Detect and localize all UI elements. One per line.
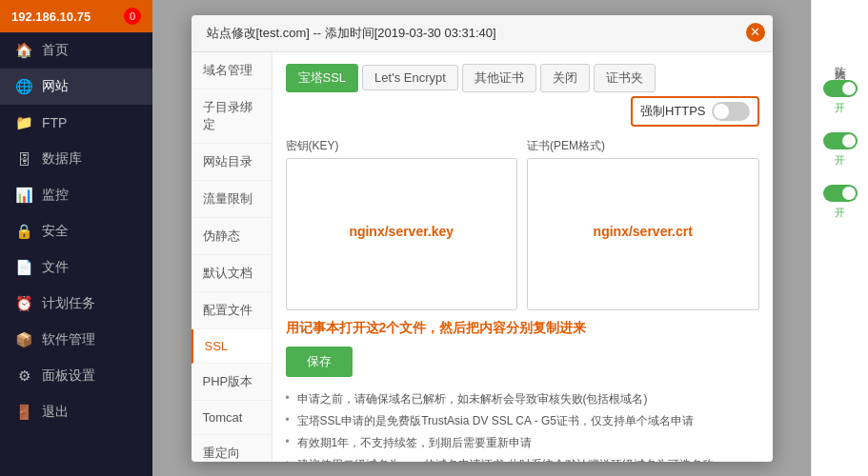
software-icon: 📦 — [15, 331, 32, 348]
sidebar-label-website: 网站 — [42, 78, 69, 95]
modal-dialog: 站点修改[test.com] -- 添加时间[2019-03-30 03:31:… — [192, 15, 773, 462]
sidebar-label-settings: 面板设置 — [42, 367, 95, 385]
sidebar-item-files[interactable]: 📄 文件 — [0, 249, 152, 286]
toggle-label-3: 开 — [835, 206, 845, 220]
force-https-toggle[interactable] — [712, 102, 750, 121]
nav-item-default-doc[interactable]: 默认文档 — [192, 255, 272, 292]
sidebar-label-database: 数据库 — [42, 150, 82, 168]
notes-list: 申请之前，请确保域名已解析，如未解析会导致审核失败(包括根域名) 宝塔SSL申请… — [286, 388, 759, 462]
files-icon: 📄 — [15, 259, 32, 276]
nav-item-redirect[interactable]: 重定向 — [192, 435, 272, 462]
sidebar-label-home: 首页 — [42, 42, 69, 59]
key-path: nginx/server.key — [349, 224, 454, 239]
cert-label: 证书(PEM格式) — [527, 138, 759, 154]
cert-path: nginx/server.crt — [594, 224, 693, 239]
monitor-icon: 📊 — [15, 187, 32, 204]
cert-field: 证书(PEM格式) nginx/server.crt — [527, 138, 759, 310]
home-icon: 🏠 — [15, 42, 32, 59]
sidebar-item-monitor[interactable]: 📊 监控 — [0, 177, 152, 213]
note-item-3: 有效期1年，不支持续签，到期后需要重新申请 — [286, 432, 759, 454]
cert-fields: 密钥(KEY) nginx/server.key 证书(PEM格式) nginx… — [286, 138, 759, 310]
website-icon: 🌐 — [15, 78, 32, 95]
tab-baota-ssl[interactable]: 宝塔SSL — [286, 64, 359, 92]
note-item-4: 建议使用二级域名为www的域名申请证书,此时系统会默认赠送顶级域名为可选名称 — [286, 454, 759, 462]
sidebar-label-cron: 计划任务 — [42, 295, 95, 312]
nav-item-traffic[interactable]: 流量限制 — [192, 181, 272, 218]
key-textarea-area[interactable]: nginx/server.key — [286, 158, 518, 310]
sidebar-label-monitor: 监控 — [42, 187, 69, 204]
tab-cert-folder[interactable]: 证书夹 — [594, 64, 656, 92]
sidebar-item-home[interactable]: 🏠 首页 — [0, 32, 152, 69]
modal-overlay: 站点修改[test.com] -- 添加时间[2019-03-30 03:31:… — [152, 0, 811, 476]
ftp-icon: 📁 — [15, 114, 32, 131]
nav-item-domain[interactable]: 域名管理 — [192, 52, 272, 89]
modal-close-button[interactable]: ✕ — [746, 23, 765, 42]
sidebar-ip: 192.186.10.75 — [11, 10, 91, 24]
tab-lets-encrypt[interactable]: Let's Encrypt — [362, 65, 458, 90]
sidebar-label-security: 安全 — [42, 223, 69, 240]
nav-item-subdir[interactable]: 子目录绑定 — [192, 89, 272, 144]
sidebar-label-software: 软件管理 — [42, 331, 95, 348]
modal-nav: 域名管理 子目录绑定 网站目录 流量限制 伪静态 默认文档 配置文件 SSL P… — [192, 52, 273, 462]
modal-right-content: 宝塔SSL Let's Encrypt 其他证书 关闭 证书夹 强制HTTPS — [273, 52, 773, 462]
note-item-1: 申请之前，请确保域名已解析，如未解析会导致审核失败(包括根域名) — [286, 388, 759, 410]
cron-icon: ⏰ — [15, 295, 32, 312]
nav-item-ssl[interactable]: SSL — [192, 329, 272, 364]
nav-item-webdir[interactable]: 网站目录 — [192, 144, 272, 181]
key-label: 密钥(KEY) — [286, 138, 518, 154]
force-https-label: 强制HTTPS — [640, 103, 706, 120]
sidebar-item-ftp[interactable]: 📁 FTP — [0, 105, 152, 141]
toggle-label-1: 开 — [835, 101, 845, 115]
sidebar-item-database[interactable]: 🗄 数据库 — [0, 141, 152, 177]
main-content: 站点修改[test.com] -- 添加时间[2019-03-30 03:31:… — [152, 0, 811, 476]
toggle-switch-1[interactable] — [823, 80, 858, 97]
toggle-label-2: 开 — [835, 153, 845, 168]
sidebar: 192.186.10.75 0 🏠 首页 🌐 网站 📁 FTP 🗄 数据库 📊 … — [0, 0, 152, 476]
security-icon: 🔒 — [15, 223, 32, 240]
logout-icon: 🚪 — [15, 404, 32, 421]
database-icon: 🗄 — [15, 151, 32, 168]
sidebar-item-software[interactable]: 📦 软件管理 — [0, 322, 152, 358]
nav-item-rewrite[interactable]: 伪静态 — [192, 218, 272, 255]
sidebar-item-cron[interactable]: ⏰ 计划任务 — [0, 286, 152, 322]
toggle-switch-3[interactable] — [823, 185, 858, 202]
sidebar-item-website[interactable]: 🌐 网站 — [0, 69, 152, 105]
tab-close[interactable]: 关闭 — [540, 64, 590, 92]
key-field: 密钥(KEY) nginx/server.key — [286, 138, 518, 310]
cert-hint-text: 用记事本打开这2个文件，然后把内容分别复制进来 — [286, 320, 759, 337]
toggle-switch-2[interactable] — [823, 132, 858, 149]
firewall-label: 防火墙 — [832, 57, 848, 63]
ssl-tabs-row: 宝塔SSL Let's Encrypt 其他证书 关闭 证书夹 强制HTTPS — [286, 64, 759, 127]
nav-item-tomcat[interactable]: Tomcat — [192, 401, 272, 435]
right-panel: 防火墙 开 开 开 — [811, 0, 868, 476]
force-https-container: 强制HTTPS — [631, 96, 759, 127]
tab-other-cert[interactable]: 其他证书 — [462, 64, 536, 92]
sidebar-label-files: 文件 — [42, 259, 69, 276]
sidebar-label-logout: 退出 — [42, 404, 69, 421]
nav-item-php[interactable]: PHP版本 — [192, 364, 272, 401]
sidebar-item-settings[interactable]: ⚙ 面板设置 — [0, 358, 152, 394]
sidebar-label-ftp: FTP — [42, 115, 67, 130]
sidebar-header: 192.186.10.75 0 — [0, 0, 152, 32]
nav-item-config[interactable]: 配置文件 — [192, 292, 272, 329]
sidebar-badge: 0 — [124, 8, 141, 25]
modal-body: 域名管理 子目录绑定 网站目录 流量限制 伪静态 默认文档 配置文件 SSL P… — [192, 52, 773, 462]
cert-textarea-area[interactable]: nginx/server.crt — [527, 158, 759, 310]
sidebar-item-logout[interactable]: 🚪 退出 — [0, 394, 152, 430]
settings-icon: ⚙ — [15, 367, 32, 385]
note-item-2: 宝塔SSL申请的是免费版TrustAsia DV SSL CA - G5证书，仅… — [286, 410, 759, 432]
save-button[interactable]: 保存 — [286, 347, 353, 377]
toggle-item-3: 开 — [823, 185, 858, 220]
toggle-item-1: 开 — [823, 80, 858, 115]
sidebar-item-security[interactable]: 🔒 安全 — [0, 213, 152, 249]
modal-title-bar: 站点修改[test.com] -- 添加时间[2019-03-30 03:31:… — [192, 15, 773, 52]
modal-title: 站点修改[test.com] -- 添加时间[2019-03-30 03:31:… — [207, 25, 496, 42]
toggle-item-2: 开 — [823, 132, 858, 168]
